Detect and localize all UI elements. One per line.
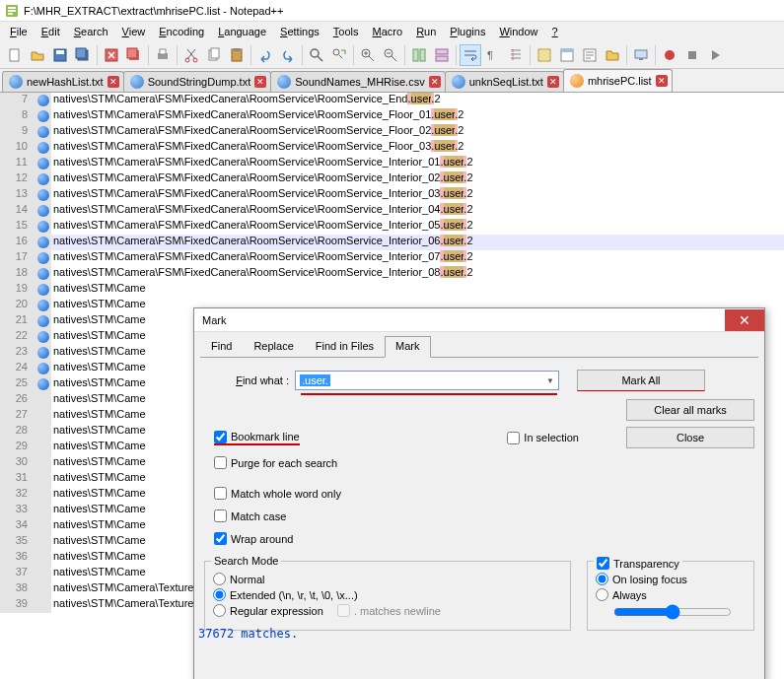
lang-udl-icon[interactable] (534, 44, 555, 66)
zoom-out-icon[interactable] (380, 44, 401, 66)
bookmark-margin[interactable] (36, 250, 51, 266)
mark-all-button[interactable]: Mark All (577, 370, 705, 391)
bookmark-margin[interactable] (36, 313, 51, 329)
losing-focus-radio[interactable]: On losing focus (596, 573, 746, 585)
bookmark-margin[interactable] (36, 345, 51, 361)
code-line[interactable]: 18natives\STM\Camera\FSM\FixedCanera\Roo… (0, 266, 784, 282)
code-line[interactable]: 17natives\STM\Camera\FSM\FixedCanera\Roo… (0, 250, 784, 266)
in-selection-checkbox[interactable]: In selection (507, 432, 579, 444)
save-icon[interactable] (49, 44, 71, 66)
combo-arrow-icon[interactable]: ▼ (546, 376, 554, 385)
code-line[interactable]: 12natives\STM\Camera\FSM\FixedCanera\Roo… (0, 171, 784, 187)
bookmark-line-checkbox[interactable]: Bookmark line (214, 431, 300, 445)
menu-window[interactable]: Window (493, 24, 543, 39)
bookmark-margin[interactable] (36, 597, 51, 613)
wrap-around-checkbox[interactable]: Wrap around (214, 532, 293, 545)
close-all-icon[interactable] (123, 44, 145, 66)
menu-encoding[interactable]: Encoding (153, 24, 210, 39)
bookmark-margin[interactable] (36, 503, 51, 518)
bookmark-margin[interactable] (36, 93, 51, 108)
code-line[interactable]: 11natives\STM\Camera\FSM\FixedCanera\Roo… (0, 156, 784, 171)
dlg-tab-mark[interactable]: Mark (385, 336, 430, 358)
bookmark-margin[interactable] (36, 140, 51, 156)
bookmark-margin[interactable] (36, 487, 51, 503)
new-file-icon[interactable] (4, 44, 26, 66)
code-line[interactable]: 7natives\STM\Camera\FSM\FixedCanera\Room… (0, 93, 784, 108)
save-all-icon[interactable] (72, 44, 94, 66)
bookmark-margin[interactable] (36, 282, 51, 298)
code-line[interactable]: 8natives\STM\Camera\FSM\FixedCanera\Room… (0, 108, 784, 124)
print-icon[interactable] (152, 44, 174, 66)
bookmark-margin[interactable] (36, 471, 51, 487)
match-case-checkbox[interactable]: Match case (214, 509, 286, 522)
dialog-close-button[interactable]: ✕ (725, 309, 764, 331)
folder-icon[interactable] (602, 44, 623, 66)
tab-close-icon[interactable]: ✕ (429, 76, 441, 88)
wordwrap-icon[interactable] (460, 44, 481, 66)
open-file-icon[interactable] (27, 44, 48, 66)
menu-run[interactable]: Run (410, 24, 442, 39)
bookmark-margin[interactable] (36, 124, 51, 140)
menu-macro[interactable]: Macro (367, 24, 409, 39)
dlg-tab-find[interactable]: Find (200, 336, 243, 357)
purge-checkbox[interactable]: Purge for each search (214, 456, 337, 469)
tab-unknSeqList-txt[interactable]: unknSeqList.txt✕ (445, 71, 564, 92)
monitor-icon[interactable] (630, 44, 652, 66)
sync-h-icon[interactable] (431, 44, 453, 66)
extended-radio[interactable]: Extended (\n, \r, \t, \0, \x...) (213, 588, 562, 601)
menu-tools[interactable]: Tools (327, 24, 365, 39)
bookmark-margin[interactable] (36, 203, 51, 219)
normal-radio[interactable]: Normal (213, 573, 562, 585)
code-line[interactable]: 15natives\STM\Camera\FSM\FixedCanera\Roo… (0, 219, 784, 235)
bookmark-margin[interactable] (36, 455, 51, 471)
bookmark-margin[interactable] (36, 329, 51, 345)
clear-marks-button[interactable]: Clear all marks (626, 399, 754, 421)
play-macro-icon[interactable] (704, 44, 726, 66)
sync-v-icon[interactable] (408, 44, 430, 66)
dlg-tab-find-in-files[interactable]: Find in Files (305, 336, 385, 357)
bookmark-margin[interactable] (36, 156, 51, 171)
whole-word-checkbox[interactable]: Match whole word only (214, 487, 341, 500)
zoom-in-icon[interactable] (357, 44, 379, 66)
bookmark-margin[interactable] (36, 219, 51, 235)
find-what-combo[interactable]: .user. ▼ (295, 371, 559, 390)
menu-settings[interactable]: Settings (274, 24, 325, 39)
code-line[interactable]: 19natives\STM\Came (0, 282, 784, 298)
bookmark-margin[interactable] (36, 550, 51, 566)
undo-icon[interactable] (254, 44, 276, 66)
bookmark-margin[interactable] (36, 581, 51, 597)
bookmark-margin[interactable] (36, 534, 51, 550)
tab-SoundNames_MHRise-csv[interactable]: SoundNames_MHRise.csv✕ (270, 71, 445, 92)
paste-icon[interactable] (226, 44, 248, 66)
transparency-slider[interactable] (613, 604, 732, 620)
bookmark-margin[interactable] (36, 440, 51, 455)
bookmark-margin[interactable] (36, 171, 51, 187)
transparency-checkbox[interactable]: Transparency (597, 557, 679, 570)
tab-mhrisePC-list[interactable]: mhrisePC.list✕ (563, 69, 673, 92)
bookmark-margin[interactable] (36, 424, 51, 440)
bookmark-margin[interactable] (36, 408, 51, 424)
redo-icon[interactable] (277, 44, 299, 66)
menu-?[interactable]: ? (546, 24, 564, 39)
bookmark-margin[interactable] (36, 187, 51, 203)
code-line[interactable]: 10natives\STM\Camera\FSM\FixedCanera\Roo… (0, 140, 784, 156)
always-radio[interactable]: Always (596, 588, 746, 601)
tab-close-icon[interactable]: ✕ (254, 76, 266, 88)
menu-search[interactable]: Search (68, 24, 114, 39)
tab-newHashList-txt[interactable]: newHashList.txt✕ (2, 71, 124, 92)
doc-map-icon[interactable] (556, 44, 578, 66)
indent-guide-icon[interactable] (505, 44, 527, 66)
bookmark-margin[interactable] (36, 518, 51, 534)
dlg-tab-replace[interactable]: Replace (243, 336, 304, 357)
code-line[interactable]: 13natives\STM\Camera\FSM\FixedCanera\Roo… (0, 187, 784, 203)
menu-file[interactable]: File (4, 24, 34, 39)
tab-SoundStringDump-txt[interactable]: SoundStringDump.txt✕ (123, 71, 272, 92)
code-line[interactable]: 9natives\STM\Camera\FSM\FixedCanera\Room… (0, 124, 784, 140)
record-macro-icon[interactable] (659, 44, 680, 66)
bookmark-margin[interactable] (36, 361, 51, 376)
bookmark-margin[interactable] (36, 376, 51, 392)
regex-radio[interactable]: Regular expression . matches newline (213, 604, 562, 617)
func-list-icon[interactable] (579, 44, 601, 66)
tab-close-icon[interactable]: ✕ (107, 76, 119, 88)
code-line[interactable]: 14natives\STM\Camera\FSM\FixedCanera\Roo… (0, 203, 784, 219)
